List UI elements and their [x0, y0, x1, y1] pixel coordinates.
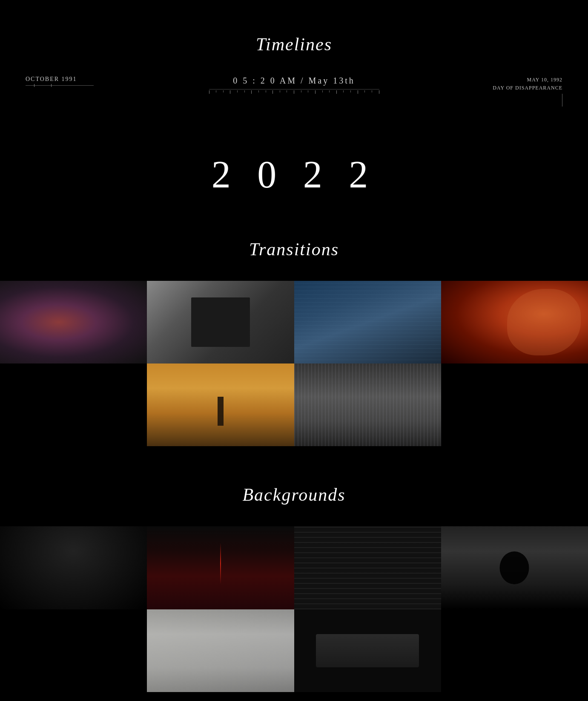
backgrounds-grid-row2: [0, 609, 588, 692]
tick: [237, 90, 238, 92]
transition-thumb-3[interactable]: [294, 281, 441, 363]
transitions-grid-row2: [0, 363, 588, 446]
tick: [223, 90, 224, 92]
tick: [336, 90, 337, 94]
tick: [272, 90, 273, 94]
timeline-left: October 1991: [26, 76, 111, 86]
backgrounds-grid-row1: [0, 526, 588, 609]
background-thumb-2[interactable]: [147, 526, 294, 609]
tick: [244, 90, 245, 92]
timelines-section: Timelines October 1991 0 5 : 2 0 AM / Ma…: [0, 17, 588, 118]
transitions-row2-empty-right: [441, 363, 588, 446]
timeline-bar-center: [209, 89, 379, 89]
background-thumb-3[interactable]: [294, 526, 441, 609]
tick: [308, 90, 308, 92]
timelines-title: Timelines: [0, 34, 588, 55]
transitions-title: Transitions: [0, 239, 588, 260]
transition-thumb-4[interactable]: [441, 281, 588, 363]
tick: [364, 90, 365, 92]
transitions-row2-empty-left: [0, 363, 147, 446]
tick: [287, 90, 287, 92]
backgrounds-title: Backgrounds: [0, 485, 588, 505]
page-container: Timelines October 1991 0 5 : 2 0 AM / Ma…: [0, 0, 588, 701]
tick: [379, 90, 379, 94]
year-section: 2 0 2 2: [0, 118, 588, 231]
backgrounds-row2-empty-left: [0, 609, 147, 692]
timeline-left-date: October 1991: [26, 76, 111, 83]
timeline-bar-right: [562, 94, 562, 107]
transition-thumb-5[interactable]: [147, 363, 294, 446]
background-thumb-1[interactable]: [0, 526, 147, 609]
transition-thumb-1[interactable]: [0, 281, 147, 363]
background-thumb-4[interactable]: [441, 526, 588, 609]
tick: [251, 90, 252, 94]
tick: [280, 90, 280, 92]
tick: [322, 90, 323, 92]
tick: [301, 90, 301, 92]
background-thumb-5[interactable]: [147, 609, 294, 692]
tick: [315, 90, 316, 94]
transitions-section: Transitions: [0, 231, 588, 459]
tick: [266, 90, 266, 92]
tick: [209, 90, 209, 94]
section-divider: [0, 459, 588, 476]
tick: [216, 90, 216, 92]
timeline-center-time: 0 5 : 2 0 AM / May 13th: [128, 76, 460, 86]
timeline-bar-left: [26, 85, 94, 86]
timeline-right: May 10, 1992 Day Of Disappearance: [477, 76, 562, 107]
transition-thumb-6[interactable]: [294, 363, 441, 446]
transitions-grid-row1: [0, 281, 588, 363]
tick: [329, 90, 330, 92]
timeline-center: 0 5 : 2 0 AM / May 13th: [111, 76, 477, 94]
tick: [358, 90, 358, 94]
timelines-area: October 1991 0 5 : 2 0 AM / May 13th: [0, 76, 588, 110]
timeline-right-date: May 10, 1992 Day Of Disappearance: [477, 76, 562, 92]
tick-marks: [209, 90, 379, 94]
background-thumb-6[interactable]: [294, 609, 441, 692]
tick: [343, 90, 344, 92]
backgrounds-section: Backgrounds: [0, 476, 588, 701]
year-display: 2 0 2 2: [0, 153, 588, 196]
tick: [350, 90, 351, 92]
backgrounds-row2-empty-right: [441, 609, 588, 692]
transition-thumb-2[interactable]: [147, 281, 294, 363]
tick: [372, 90, 372, 92]
tick: [294, 90, 294, 94]
tick: [258, 90, 259, 92]
tick: [230, 90, 230, 94]
